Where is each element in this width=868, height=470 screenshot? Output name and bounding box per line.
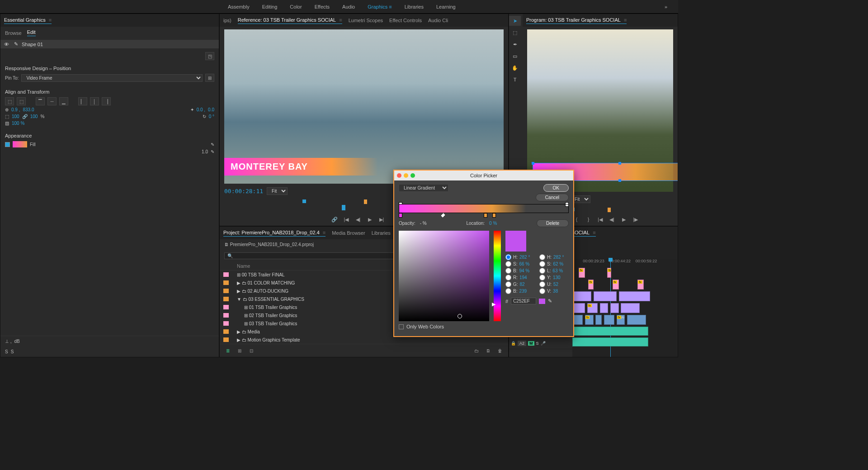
timeline-content[interactable]: 00:00:29:23 00:00:44:22 00:00:59:22 fx f… (572, 259, 678, 357)
fill-checkbox[interactable] (5, 142, 10, 147)
pen-tool[interactable]: ✒ (509, 39, 521, 49)
tab-libraries[interactable]: Libraries (372, 230, 391, 236)
tab-reference[interactable]: Reference: 03 TSB Trailer Graphics SOCIA… (238, 17, 342, 24)
clip[interactable]: fx (613, 280, 619, 290)
eyedropper-icon[interactable]: ✎ (548, 298, 552, 304)
tab-program[interactable]: Program: 03 TSB Trailer Graphics SOCIAL … (526, 17, 627, 24)
maximize-icon[interactable] (410, 173, 415, 178)
tab-lumetri[interactable]: Lumetri Scopes (349, 18, 383, 23)
align-v-left-icon[interactable]: ▏ (78, 97, 87, 105)
direct-select-tool[interactable]: ⬚ (509, 28, 521, 38)
step-fwd-icon[interactable]: |▶ (632, 216, 639, 223)
new-layer-icon[interactable]: ◳ (205, 52, 214, 60)
s2-radio[interactable] (539, 261, 545, 267)
clip[interactable] (572, 291, 591, 301)
delete-button[interactable]: Delete (537, 219, 569, 227)
layer-shape-01[interactable]: 👁 ✎ Shape 01 (0, 40, 219, 48)
anchor-y[interactable]: 0.0 (208, 107, 214, 112)
clip[interactable] (627, 315, 646, 325)
audio-clip[interactable] (572, 327, 648, 336)
link-icon[interactable]: 🔗 (22, 114, 28, 119)
playhead-handle[interactable] (342, 205, 345, 210)
list-view-icon[interactable]: ≣ (224, 347, 231, 354)
track-a2[interactable]: A2 (518, 341, 526, 346)
go-to-in-icon[interactable]: |◀ (597, 216, 604, 223)
clip[interactable] (621, 303, 640, 313)
anchor-x[interactable]: 0.0 , (197, 107, 205, 112)
in-point-marker[interactable] (302, 199, 306, 203)
location-value[interactable]: 0 % (489, 221, 497, 226)
align-center-h-icon[interactable]: ⬚ (17, 97, 26, 105)
web-colors-checkbox[interactable] (399, 324, 404, 329)
workspace-color[interactable]: Color (283, 0, 308, 14)
eg-tab-edit[interactable]: Edit (27, 29, 36, 36)
v-radio[interactable] (539, 288, 545, 294)
play-icon[interactable]: ▶ (620, 216, 627, 223)
eg-tab-browse[interactable]: Browse (5, 30, 22, 36)
pos-y[interactable]: 833.0 (23, 107, 34, 112)
type-tool[interactable]: T (509, 75, 521, 85)
b2-radio[interactable] (505, 288, 511, 294)
workspace-learning[interactable]: Learning (430, 0, 462, 14)
gradient-type-select[interactable]: Linear Gradient (399, 184, 448, 192)
rectangle-tool[interactable]: ▭ (509, 51, 521, 61)
go-to-in-icon[interactable]: |◀ (343, 216, 350, 223)
cancel-button[interactable]: Cancel (536, 194, 569, 201)
eye-icon[interactable]: 👁 (4, 42, 10, 47)
dialog-titlebar[interactable]: Color Picker (394, 171, 573, 180)
pin-to-select[interactable]: Video Frame (21, 74, 203, 82)
clip[interactable]: fxA003_C002 (617, 315, 625, 325)
clip[interactable] (604, 315, 614, 325)
tab-media-browser[interactable]: Media Browser (332, 230, 365, 236)
marker-icon[interactable] (364, 199, 367, 204)
program-monitor[interactable] (527, 29, 673, 192)
selection-tool[interactable]: ➤ (509, 16, 521, 26)
g-radio[interactable] (505, 281, 511, 287)
tab-audio-clip[interactable]: Audio Cli (428, 18, 448, 23)
hex-input[interactable] (511, 298, 536, 304)
gang-icon[interactable]: 🔗 (331, 216, 338, 223)
reference-monitor[interactable]: MONTEREY BAY (224, 29, 504, 184)
scale-h[interactable]: 100 (30, 114, 38, 119)
clip[interactable] (610, 303, 619, 313)
y-radio[interactable] (539, 275, 545, 280)
color-field[interactable] (399, 231, 489, 321)
b-radio[interactable] (505, 268, 511, 274)
source-zoom-fit[interactable]: Fit (267, 187, 288, 195)
step-back-icon[interactable]: ◀| (609, 216, 616, 223)
audio-clip[interactable] (572, 337, 648, 347)
hamburger-icon[interactable]: ≡ (387, 4, 392, 9)
u-radio[interactable] (539, 281, 545, 287)
fill-opacity[interactable]: 1.0 (202, 149, 208, 154)
s-radio[interactable] (505, 261, 511, 267)
align-v-right-icon[interactable]: ▕ (102, 97, 111, 105)
clip[interactable]: fx (637, 280, 644, 290)
clip[interactable]: fx (588, 280, 594, 290)
step-back-icon[interactable]: ◀| (354, 216, 362, 223)
clip[interactable]: fx (587, 303, 598, 313)
color-stop[interactable] (492, 213, 496, 218)
workspace-graphics[interactable]: Graphics ≡ (361, 0, 398, 14)
clip[interactable]: fx (585, 315, 594, 325)
scale-w[interactable]: 100 (12, 114, 19, 119)
workspace-effects[interactable]: Effects (308, 0, 336, 14)
freeform-view-icon[interactable]: ⊡ (248, 347, 255, 354)
align-bottom-icon[interactable]: ▁ (59, 97, 68, 105)
h-radio[interactable] (505, 254, 511, 260)
align-left-icon[interactable]: ⬚ (5, 97, 14, 105)
workspace-editing[interactable]: Editing (256, 0, 284, 14)
opacity-value[interactable]: - % (420, 221, 427, 226)
ok-button[interactable]: OK (543, 184, 569, 192)
hand-tool[interactable]: ✋ (509, 63, 521, 73)
clip[interactable] (619, 291, 651, 301)
new-bin-icon[interactable]: 🗀 (473, 347, 480, 354)
rotation-val[interactable]: 0 ° (209, 114, 214, 119)
overflow-icon[interactable]: » (658, 0, 674, 14)
workspace-audio[interactable]: Audio (336, 0, 361, 14)
midpoint-stop[interactable] (440, 213, 446, 218)
clip[interactable]: fx (579, 268, 585, 278)
source-timecode-in[interactable]: 00:00:28:11 (224, 188, 263, 195)
h2-radio[interactable] (539, 254, 545, 260)
fill-swatch[interactable] (13, 141, 27, 147)
tab-clips[interactable]: ips) (223, 18, 231, 23)
